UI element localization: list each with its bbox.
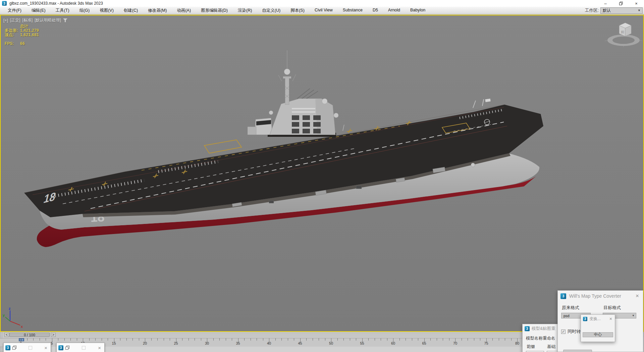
menu-item-14[interactable]: D5 [368, 7, 383, 14]
ruler-tick [480, 338, 480, 341]
ruler-tick [406, 338, 406, 341]
close-window-icon[interactable]: × [98, 345, 101, 351]
menu-item-13[interactable]: Substance [338, 7, 368, 14]
time-slider-handle[interactable]: 0 / 100 [9, 333, 50, 337]
3dsmax-dialog-icon: 3 [525, 326, 530, 331]
convert-checkbox[interactable]: ✓ [561, 330, 566, 334]
maximize-window-icon[interactable] [82, 346, 86, 350]
viewport-menu-pov[interactable]: [正交] [10, 17, 20, 23]
workspace-dropdown[interactable]: 默认 ▼ [600, 7, 643, 14]
ruler-tick [313, 338, 313, 341]
restore-button[interactable] [613, 0, 629, 7]
track-bar-frame-marker[interactable] [19, 338, 24, 341]
ruler-tick [195, 338, 195, 341]
ruler-label-35: 35 [236, 341, 240, 345]
ruler-tick [399, 338, 400, 341]
ruler-tick [294, 338, 294, 341]
viewport-menu-general[interactable]: [+] [3, 18, 8, 23]
ruler-tick [492, 338, 493, 341]
menu-item-12[interactable]: Civil View [310, 7, 338, 14]
rename-dialog-titlebar[interactable]: 3 模型&贴图重 [523, 324, 560, 333]
ruler-tick [151, 338, 152, 341]
axis-x-label: x [21, 325, 23, 329]
viewport[interactable]: 18 [0, 15, 644, 332]
stats-vert-value: 1,621,681 [20, 33, 39, 37]
previous-frame-button[interactable]: < [4, 333, 9, 337]
menu-item-11[interactable]: 脚本(S) [285, 7, 310, 14]
ruler-tick [89, 338, 90, 341]
menu-item-8[interactable]: 图形编辑器(D) [196, 7, 233, 14]
minimized-window-2[interactable]: 3 × [56, 343, 105, 352]
menu-item-16[interactable]: Babylon [405, 7, 430, 14]
title-bar: 3 glbxz.com_19302433.max - Autodesk 3ds … [0, 0, 644, 7]
map-converter-bottom-button[interactable] [563, 350, 592, 352]
ruler-tick [418, 338, 418, 341]
viewport-menu-shading[interactable]: [默认明暗处理] [35, 17, 61, 23]
ruler-tick [64, 338, 65, 341]
menu-item-10[interactable]: 自定义(U) [257, 7, 285, 14]
ruler-tick [95, 338, 96, 341]
ruler-tick [449, 338, 449, 341]
close-button[interactable]: × [629, 0, 644, 7]
ruler-label-45: 45 [298, 341, 302, 345]
ruler-tick [164, 338, 164, 341]
ruler-tick [139, 338, 139, 341]
ruler-tick [219, 338, 220, 341]
menu-item-4[interactable]: 视图(V) [95, 7, 119, 14]
map-converter-title: Will's Map Type Coverter [569, 293, 621, 299]
center-button[interactable]: 中心 [583, 332, 613, 337]
target-format-label: 目标格式 [603, 305, 621, 311]
viewport-statistics: 总计 多边形: 1,421,279 顶点: 1,621,681 FPS: 66 [5, 24, 39, 46]
map-converter-titlebar[interactable]: 3 Will's Map Type Coverter × [558, 291, 643, 301]
close-icon[interactable]: × [609, 316, 612, 321]
menu-item-6[interactable]: 修改器(M) [143, 7, 172, 14]
ruler-tick [350, 338, 350, 341]
ruler-tick [40, 338, 40, 341]
axis-z-label: z [9, 306, 11, 310]
filter-funnel-icon[interactable] [63, 18, 67, 22]
menu-item-5[interactable]: 创建(C) [119, 7, 143, 14]
menu-item-9[interactable]: 渲染(R) [233, 7, 257, 14]
maximize-window-icon[interactable] [29, 346, 32, 350]
axis-y-label: y [3, 313, 5, 317]
close-icon[interactable]: × [636, 293, 639, 299]
ship-model[interactable]: 18 [24, 50, 543, 247]
chevron-down-icon: ▼ [638, 9, 641, 12]
restore-icon [619, 2, 623, 5]
restore-window-icon[interactable] [12, 346, 16, 350]
ruler-tick [157, 338, 158, 341]
ruler-tick [412, 338, 412, 341]
ruler-tick [343, 338, 344, 341]
viewport-canvas[interactable]: 18 [1, 15, 643, 331]
workspace-label: 工作区: [585, 8, 599, 13]
menu-item-2[interactable]: 工具(T) [51, 7, 74, 14]
menu-bar: 文件(F)编辑(E)工具(T)组(G)视图(V)创建(C)修改器(M)动画(A)… [0, 7, 644, 14]
next-frame-button[interactable]: > [51, 333, 56, 337]
ruler-label-60: 60 [391, 341, 395, 345]
rename-dialog-title: 模型&贴图重 [532, 326, 555, 332]
transform-dialog[interactable]: 3 变换... × 中心 [581, 314, 615, 342]
ruler-label-75: 75 [484, 341, 488, 345]
3dsmax-dialog-icon: 3 [560, 293, 566, 299]
viewcube[interactable]: 前 [605, 23, 642, 47]
close-window-icon[interactable]: × [44, 345, 47, 351]
ruler-label-50: 50 [329, 341, 333, 345]
minimize-button[interactable]: – [598, 0, 613, 7]
menu-item-7[interactable]: 动画(A) [172, 7, 196, 14]
menu-item-1[interactable]: 编辑(E) [26, 7, 51, 14]
transform-dialog-titlebar[interactable]: 3 变换... × [581, 315, 615, 323]
rename-prefix-label: 前缀 [527, 344, 535, 350]
transform-dialog-title: 变换... [589, 316, 601, 322]
minimized-window-1[interactable]: 3 × [3, 343, 51, 352]
ruler-tick [170, 338, 170, 341]
restore-window-icon[interactable] [65, 346, 69, 350]
ruler-tick [46, 338, 46, 341]
rename-dialog[interactable]: 3 模型&贴图重 模型名称重命名 前缀 基础 [522, 324, 561, 352]
menu-item-0[interactable]: 文件(F) [3, 7, 26, 14]
ruler-tick [499, 338, 499, 341]
ruler-tick [108, 338, 108, 341]
viewport-menu-standard[interactable]: [标准] [22, 17, 33, 23]
menu-item-3[interactable]: 组(G) [74, 7, 95, 14]
menu-item-15[interactable]: Arnold [383, 7, 405, 14]
ruler-label-70: 70 [453, 341, 457, 345]
